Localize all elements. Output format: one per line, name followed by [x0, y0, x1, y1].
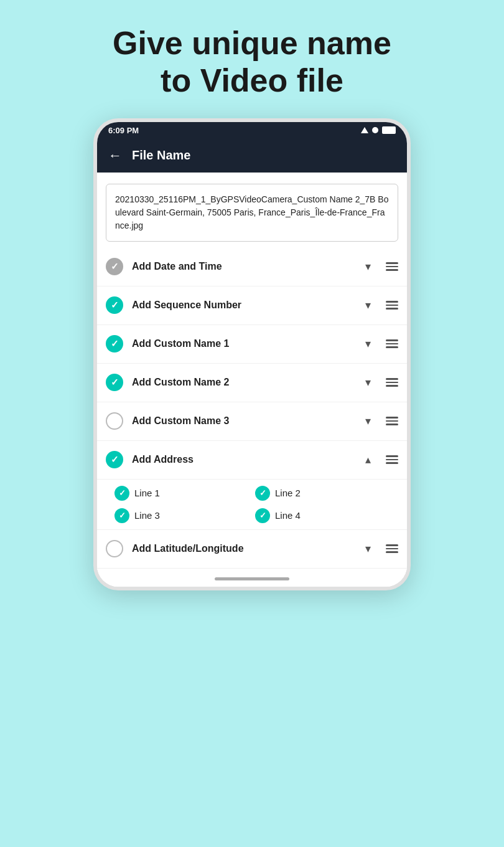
chevron-add-custom-name-1[interactable]: ▾ [365, 337, 371, 351]
page-title: Give unique name to Video file [75, 25, 429, 100]
checkbox-add-custom-name-2[interactable] [106, 374, 123, 391]
chevron-add-custom-name-2[interactable]: ▾ [365, 376, 371, 389]
back-button[interactable]: ← [108, 148, 122, 164]
checkbox-add-custom-name-3[interactable] [106, 412, 123, 430]
status-time: 6:09 PM [108, 126, 139, 135]
hamburger-add-custom-name-2[interactable] [386, 378, 398, 387]
label-add-custom-name-1: Add Custom Name 1 [132, 338, 357, 349]
chevron-add-address[interactable]: ▴ [365, 453, 371, 466]
address-line-3-item[interactable]: Line 3 [114, 508, 249, 523]
status-bar: 6:09 PM [97, 122, 407, 139]
filename-box[interactable]: 20210330_25116PM_1_ByGPSVideoCamera_Cust… [106, 184, 398, 242]
address-lines-grid: Line 1 Line 2 Line 3 Line 4 [106, 486, 398, 523]
label-add-address: Add Address [132, 454, 357, 465]
chevron-add-custom-name-3[interactable]: ▾ [365, 414, 371, 428]
label-line-2: Line 2 [275, 488, 301, 498]
hamburger-add-date-time[interactable] [386, 262, 398, 271]
checkbox-line-2[interactable] [255, 486, 270, 501]
label-add-date-time: Add Date and Time [132, 261, 357, 272]
address-sub-section: Line 1 Line 2 Line 3 Line 4 [97, 480, 407, 530]
address-line-1-item[interactable]: Line 1 [114, 486, 249, 501]
checkbox-add-date-time[interactable] [106, 258, 123, 275]
checkbox-add-sequence-number[interactable] [106, 296, 123, 314]
list-item-add-lat-lng[interactable]: Add Latitude/Longitude ▾ [97, 530, 407, 569]
list-item-add-custom-name-1[interactable]: Add Custom Name 1 ▾ [97, 325, 407, 364]
list-item-add-custom-name-2[interactable]: Add Custom Name 2 ▾ [97, 364, 407, 402]
checkbox-add-custom-name-1[interactable] [106, 335, 123, 353]
hamburger-add-address[interactable] [386, 455, 398, 464]
address-line-2-item[interactable]: Line 2 [255, 486, 390, 501]
checkbox-line-3[interactable] [114, 508, 129, 523]
label-line-4: Line 4 [275, 510, 301, 521]
label-add-custom-name-3: Add Custom Name 3 [132, 415, 357, 427]
dot-icon [372, 127, 378, 133]
status-icons [361, 126, 396, 134]
chevron-add-date-time[interactable]: ▾ [365, 260, 371, 273]
hamburger-add-lat-lng[interactable] [386, 544, 398, 553]
checkbox-line-1[interactable] [114, 486, 129, 501]
phone-frame: 6:09 PM ← File Name 20210330_25116PM_1_B… [93, 118, 411, 590]
list-item-add-sequence-number[interactable]: Add Sequence Number ▾ [97, 286, 407, 325]
label-add-sequence-number: Add Sequence Number [132, 300, 357, 311]
checkbox-line-4[interactable] [255, 508, 270, 523]
app-header: ← File Name [97, 139, 407, 173]
label-add-custom-name-2: Add Custom Name 2 [132, 377, 357, 388]
home-indicator [97, 569, 407, 587]
battery-icon [382, 126, 396, 134]
address-line-4-item[interactable]: Line 4 [255, 508, 390, 523]
hamburger-add-custom-name-3[interactable] [386, 417, 398, 425]
list-item-add-date-time[interactable]: Add Date and Time ▾ [97, 248, 407, 286]
header-title: File Name [132, 148, 190, 163]
checkbox-add-lat-lng[interactable] [106, 540, 123, 557]
signal-icon [361, 127, 368, 133]
phone-body: 20210330_25116PM_1_ByGPSVideoCamera_Cust… [97, 184, 407, 587]
chevron-add-sequence-number[interactable]: ▾ [365, 298, 371, 312]
chevron-add-lat-lng[interactable]: ▾ [365, 542, 371, 556]
checkbox-add-address[interactable] [106, 451, 123, 468]
label-line-1: Line 1 [134, 488, 160, 498]
list-item-add-address[interactable]: Add Address ▴ [97, 441, 407, 480]
label-line-3: Line 3 [134, 510, 160, 521]
list-item-add-custom-name-3[interactable]: Add Custom Name 3 ▾ [97, 402, 407, 441]
hamburger-add-custom-name-1[interactable] [386, 339, 398, 348]
home-bar [215, 577, 289, 580]
list-section: Add Date and Time ▾ Add Sequence Number … [97, 248, 407, 569]
hamburger-add-sequence-number[interactable] [386, 301, 398, 310]
label-add-lat-lng: Add Latitude/Longitude [132, 543, 357, 554]
